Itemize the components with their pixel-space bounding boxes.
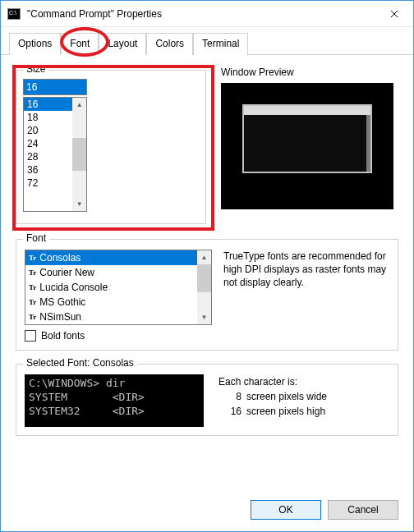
font-scrollbar[interactable]: ▲ ▼ [197,250,211,324]
dialog-buttons: OK Cancel [251,500,398,520]
close-button[interactable] [375,1,413,27]
char-height-label: screen pixels high [246,404,325,419]
tab-content: Size 16 18 20 24 28 36 72 ▲ [1,55,413,446]
scroll-thumb[interactable] [72,138,86,171]
bold-fonts-checkbox[interactable] [25,330,36,342]
bold-fonts-row: Bold fonts [25,330,389,342]
truetype-icon: Tr [29,313,36,321]
size-option[interactable]: 36 [24,163,72,177]
bold-fonts-label: Bold fonts [41,330,85,342]
font-name: MS Gothic [39,296,85,308]
preview-scrollbar [366,115,370,172]
font-listbox[interactable]: TrConsolas TrCourier New TrLucida Consol… [25,250,212,325]
font-name: Lucida Console [39,282,108,293]
tab-terminal[interactable]: Terminal [193,33,248,55]
font-name: NSimSun [39,311,81,323]
size-scrollbar[interactable]: ▲ ▼ [72,98,86,211]
char-info-header: Each character is: [218,374,389,389]
ok-button[interactable]: OK [251,500,321,520]
size-option[interactable]: 16 [24,98,72,111]
size-input[interactable] [23,79,87,95]
size-option[interactable]: 72 [24,177,72,190]
font-option[interactable]: TrLucida Console [25,280,197,295]
selected-font-group: Selected Font: Consolas C:\WINDOWS> dir … [16,364,398,436]
titlebar: "Command Prompt" Properties [1,1,413,27]
size-option[interactable]: 20 [24,124,72,137]
font-option[interactable]: TrNSimSun [25,310,197,324]
scroll-thumb[interactable] [197,264,211,292]
size-option[interactable]: 28 [24,150,72,163]
size-group: Size 16 18 20 24 28 36 72 ▲ [16,70,206,224]
close-icon [390,10,398,18]
window-title: "Command Prompt" Properties [27,8,375,20]
truetype-icon: Tr [29,283,36,291]
size-listbox[interactable]: 16 18 20 24 28 36 72 ▲ ▼ [23,97,87,212]
tab-font[interactable]: Font [61,33,99,55]
properties-window: "Command Prompt" Properties Options Font… [0,0,414,532]
truetype-icon: Tr [29,254,36,262]
size-option[interactable]: 18 [24,111,72,124]
tab-layout[interactable]: Layout [99,33,146,55]
char-height-value: 16 [218,404,242,419]
font-name: Consolas [39,252,80,264]
font-option[interactable]: TrCourier New [25,265,197,280]
font-description: TrueType fonts are recommended for high … [223,250,389,325]
preview-column: Window Preview [221,65,398,224]
scroll-up-icon[interactable]: ▲ [197,250,211,264]
scroll-up-icon[interactable]: ▲ [72,98,86,112]
font-name: Courier New [39,267,94,278]
font-group: Font TrConsolas TrCourier New TrLucida C… [16,239,398,351]
truetype-icon: Tr [29,268,36,277]
preview-titlebar [244,106,370,115]
truetype-icon: Tr [29,298,36,306]
size-label: Size [23,63,48,75]
preview-window [242,104,372,173]
font-option[interactable]: TrMS Gothic [25,295,197,310]
size-option[interactable]: 24 [24,137,72,150]
char-dimensions: Each character is: 8screen pixels wide 1… [218,374,389,427]
scroll-down-icon[interactable]: ▼ [197,310,211,324]
cmd-icon [7,8,21,20]
cancel-button[interactable]: Cancel [328,500,398,520]
font-label: Font [23,232,49,244]
scroll-down-icon[interactable]: ▼ [72,197,86,211]
font-sample: C:\WINDOWS> dir SYSTEM <DIR> SYSTEM32 <D… [25,374,204,427]
tab-strip: Options Font Layout Colors Terminal [1,27,413,55]
window-preview [221,83,393,209]
selected-font-label: Selected Font: Consolas [23,357,137,369]
tab-options[interactable]: Options [9,33,61,55]
tab-colors[interactable]: Colors [146,33,193,55]
char-width-label: screen pixels wide [246,389,327,404]
preview-label: Window Preview [221,66,398,78]
char-width-value: 8 [218,389,242,404]
font-option[interactable]: TrConsolas [25,250,197,265]
